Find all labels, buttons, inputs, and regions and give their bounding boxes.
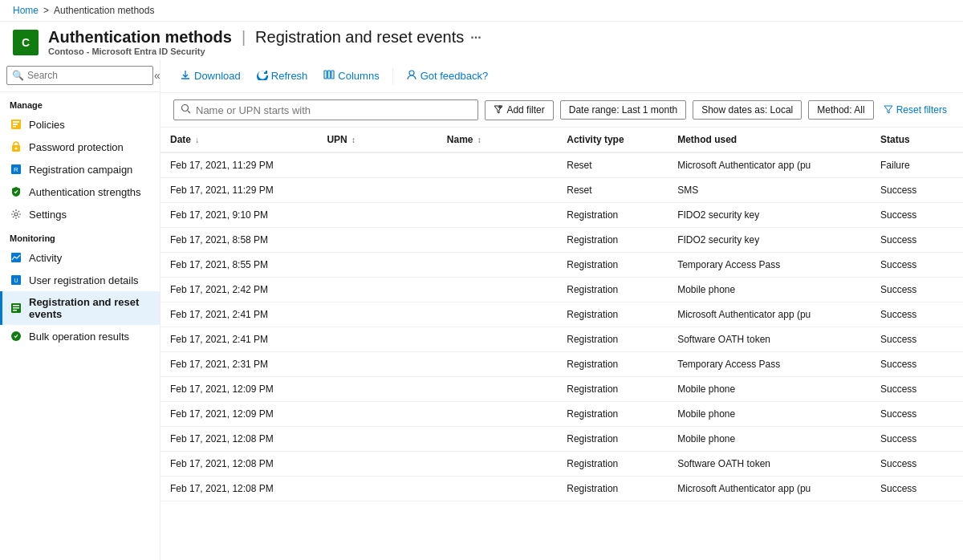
refresh-button[interactable]: Refresh [250, 66, 315, 86]
add-filter-icon [494, 104, 503, 116]
cell-date: Feb 17, 2021, 2:42 PM [160, 278, 317, 302]
data-table: Date ↓ UPN ↕ Name ↕ Activity type Method… [160, 128, 963, 501]
feedback-button[interactable]: Got feedback? [400, 66, 495, 86]
page-icon: C [13, 30, 39, 55]
svg-point-20 [409, 71, 414, 75]
table-row[interactable]: Feb 17, 2021, 12:09 PM Registration Mobi… [160, 377, 963, 402]
cell-date: Feb 17, 2021, 12:08 PM [160, 477, 317, 501]
show-dates-filter[interactable]: Show dates as: Local [693, 100, 802, 120]
cell-activity-type: Registration [557, 228, 668, 253]
cell-status: Success [871, 452, 963, 477]
table-row[interactable]: Feb 17, 2021, 9:10 PM Registration FIDO2… [160, 203, 963, 228]
cell-upn [317, 327, 437, 352]
breadcrumb-home[interactable]: Home [13, 5, 39, 16]
cell-date: Feb 17, 2021, 2:31 PM [160, 352, 317, 377]
cell-activity-type: Registration [557, 302, 668, 327]
cell-date: Feb 17, 2021, 12:09 PM [160, 377, 317, 402]
sidebar-item-label: Registration campaign [29, 164, 132, 176]
cell-upn [317, 152, 437, 178]
main-layout: 🔍 « Manage Policies Password protection … [0, 59, 963, 560]
reset-filters-button[interactable]: Reset filters [880, 101, 950, 120]
page-section-text: Registration and reset events [255, 28, 464, 47]
col-header-status[interactable]: Status [871, 128, 963, 152]
sidebar-item-reg-reset-events[interactable]: Registration and reset events [0, 291, 160, 325]
search-input[interactable] [27, 70, 148, 81]
col-header-name[interactable]: Name ↕ [437, 128, 557, 152]
page-header: C Authentication methods | Registration … [0, 22, 963, 59]
sidebar-item-registration-campaign[interactable]: R Registration campaign [0, 158, 160, 181]
cell-upn [317, 178, 437, 203]
cell-method-used: Temporary Access Pass [668, 253, 871, 278]
cell-date: Feb 17, 2021, 2:41 PM [160, 327, 317, 352]
cell-method-used: Mobile phone [668, 278, 871, 302]
toolbar-separator [392, 68, 393, 84]
cell-upn [317, 302, 437, 327]
sidebar-item-auth-strengths[interactable]: Authentication strengths [0, 181, 160, 203]
more-options-icon[interactable]: ··· [470, 30, 481, 45]
sidebar-item-policies[interactable]: Policies [0, 113, 160, 136]
table-row[interactable]: Feb 17, 2021, 2:41 PM Registration Softw… [160, 327, 963, 352]
add-filter-button[interactable]: Add filter [485, 100, 553, 120]
cell-status: Success [871, 427, 963, 452]
table-row[interactable]: Feb 17, 2021, 11:29 PM Reset SMS Success [160, 178, 963, 203]
filter-bar: Add filter Date range: Last 1 month Show… [160, 93, 963, 128]
table-row[interactable]: Feb 17, 2021, 12:09 PM Registration Mobi… [160, 402, 963, 427]
cell-activity-type: Registration [557, 427, 668, 452]
table-row[interactable]: Feb 17, 2021, 8:55 PM Registration Tempo… [160, 253, 963, 278]
cell-status: Success [871, 477, 963, 501]
sort-icon-date: ↓ [195, 136, 199, 144]
method-filter[interactable]: Method: All [808, 100, 873, 120]
sidebar-item-bulk-results[interactable]: Bulk operation results [0, 325, 160, 347]
download-button[interactable]: Download [173, 66, 247, 86]
search-icon: 🔍 [12, 70, 24, 81]
cell-activity-type: Registration [557, 203, 668, 228]
shield-icon [10, 185, 22, 198]
columns-button[interactable]: Columns [317, 66, 385, 86]
table-row[interactable]: Feb 17, 2021, 12:08 PM Registration Mobi… [160, 427, 963, 452]
activity-icon [10, 251, 22, 264]
sort-icon-upn: ↕ [351, 136, 356, 144]
cell-date: Feb 17, 2021, 8:55 PM [160, 253, 317, 278]
cell-upn [317, 377, 437, 402]
table-row[interactable]: Feb 17, 2021, 2:41 PM Registration Micro… [160, 302, 963, 327]
sidebar-search-box[interactable]: 🔍 « [6, 66, 153, 85]
cell-date: Feb 17, 2021, 8:58 PM [160, 228, 317, 253]
sidebar-item-user-registration[interactable]: U User registration details [0, 269, 160, 291]
cell-method-used: Software OATH token [668, 327, 871, 352]
col-header-method[interactable]: Method used [668, 128, 871, 152]
cell-date: Feb 17, 2021, 12:09 PM [160, 402, 317, 427]
cell-name [437, 203, 557, 228]
user-reg-icon: U [10, 274, 22, 286]
col-header-activity[interactable]: Activity type [557, 128, 668, 152]
feedback-icon [406, 69, 417, 83]
svg-point-5 [15, 148, 18, 150]
table-row[interactable]: Feb 17, 2021, 12:08 PM Registration Micr… [160, 477, 963, 501]
cell-upn [317, 278, 437, 302]
table-row[interactable]: Feb 17, 2021, 11:29 PM Reset Microsoft A… [160, 152, 963, 178]
page-title-separator: | [242, 28, 246, 47]
svg-rect-2 [13, 124, 18, 125]
cell-date: Feb 17, 2021, 9:10 PM [160, 203, 317, 228]
cell-method-used: Microsoft Authenticator app (pu [668, 477, 871, 501]
table-row[interactable]: Feb 17, 2021, 8:58 PM Registration FIDO2… [160, 228, 963, 253]
cell-name [437, 278, 557, 302]
table-row[interactable]: Feb 17, 2021, 2:31 PM Registration Tempo… [160, 352, 963, 377]
col-header-upn[interactable]: UPN ↕ [317, 128, 437, 152]
table-header: Date ↓ UPN ↕ Name ↕ Activity type Method… [160, 128, 963, 152]
sidebar-item-password-protection[interactable]: Password protection [0, 136, 160, 158]
sidebar-item-label: User registration details [29, 274, 139, 286]
sidebar-search-container: 🔍 « [0, 59, 160, 92]
date-range-filter[interactable]: Date range: Last 1 month [560, 100, 686, 120]
cell-name [437, 477, 557, 501]
sidebar-item-settings[interactable]: Settings [0, 203, 160, 225]
cell-upn [317, 203, 437, 228]
col-header-date[interactable]: Date ↓ [160, 128, 317, 152]
filter-search-input[interactable] [196, 104, 471, 116]
sidebar-item-activity[interactable]: Activity [0, 246, 160, 269]
table-row[interactable]: Feb 17, 2021, 2:42 PM Registration Mobil… [160, 278, 963, 302]
table-row[interactable]: Feb 17, 2021, 12:08 PM Registration Soft… [160, 452, 963, 477]
sidebar-manage-label: Manage [0, 92, 160, 113]
cell-name [437, 253, 557, 278]
collapse-icon[interactable]: « [154, 69, 160, 82]
filter-search-box[interactable] [173, 99, 478, 120]
